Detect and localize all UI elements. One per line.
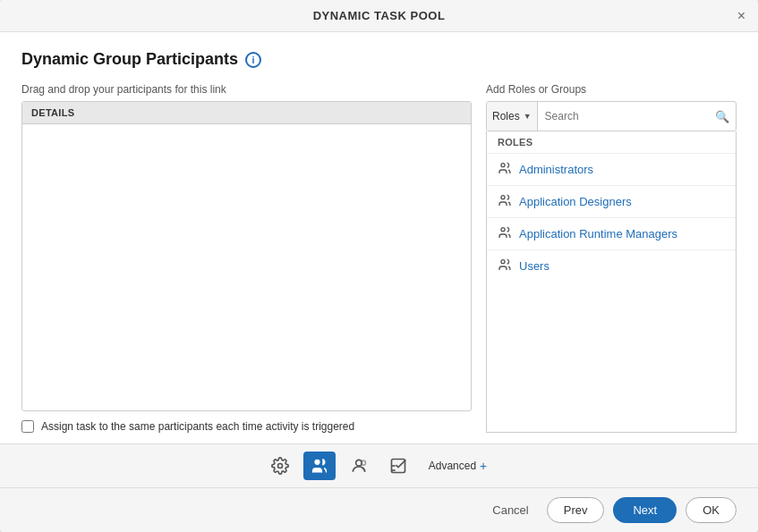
checkbox-row: Assign task to the same participants eac…	[21, 420, 472, 433]
role-icon	[498, 258, 512, 274]
list-item[interactable]: Application Designers	[487, 185, 736, 217]
role-name: Application Designers	[519, 195, 632, 208]
role-name: Users	[519, 259, 549, 273]
roles-list-box: ROLES Administrators Application Designe…	[486, 131, 737, 433]
advanced-label: Advanced	[429, 460, 476, 472]
content-columns: Drag and drop your participants for this…	[21, 83, 737, 433]
advanced-button[interactable]: Advanced +	[422, 455, 495, 477]
role-name: Application Runtime Managers	[519, 227, 677, 241]
cancel-button[interactable]: Cancel	[483, 498, 537, 522]
roles-label: Add Roles or Groups	[486, 83, 737, 96]
details-content	[22, 124, 471, 303]
ok-button[interactable]: OK	[686, 497, 737, 523]
svg-point-3	[501, 260, 505, 264]
svg-point-7	[361, 460, 365, 465]
search-row: Roles ▼ 🔍	[486, 101, 737, 131]
svg-point-2	[501, 228, 505, 232]
participants-icon	[311, 457, 328, 475]
role-icon	[498, 161, 512, 178]
list-item[interactable]: Users	[487, 249, 736, 282]
modal-body: Dynamic Group Participants i Drag and dr…	[0, 32, 758, 443]
settings-icon	[271, 457, 289, 475]
roles-section-header: ROLES	[487, 131, 736, 153]
page-heading-title: Dynamic Group Participants	[21, 50, 238, 69]
checklist-icon	[389, 457, 407, 475]
left-column: Drag and drop your participants for this…	[21, 83, 472, 433]
role-name: Administrators	[519, 163, 593, 176]
svg-point-0	[501, 164, 505, 167]
svg-point-1	[501, 196, 505, 199]
role-icon	[498, 193, 512, 210]
dropdown-text: Roles	[492, 110, 520, 122]
modal: DYNAMIC TASK POOL × Dynamic Group Partic…	[0, 0, 758, 532]
modal-footer: Cancel Prev Next OK	[0, 487, 758, 532]
details-box: DETAILS	[21, 101, 472, 411]
right-column: Add Roles or Groups Roles ▼ 🔍 ROLES	[486, 83, 737, 433]
drag-label: Drag and drop your participants for this…	[21, 83, 472, 96]
roles-list: Administrators Application Designers App…	[487, 153, 736, 282]
info-icon[interactable]: i	[245, 52, 261, 68]
checkbox-label: Assign task to the same participants eac…	[41, 420, 354, 433]
roles-dropdown[interactable]: Roles ▼	[487, 102, 538, 131]
page-heading: Dynamic Group Participants i	[21, 50, 737, 69]
search-input-wrap: 🔍	[538, 105, 736, 128]
dropdown-arrow-icon: ▼	[524, 112, 532, 121]
list-item[interactable]: Administrators	[487, 153, 736, 185]
checklist-icon-btn[interactable]	[382, 452, 414, 480]
svg-point-4	[277, 464, 282, 469]
advanced-plus-icon: +	[480, 459, 487, 473]
modal-toolbar: Advanced +	[0, 443, 758, 487]
modal-title: DYNAMIC TASK POOL	[313, 9, 446, 22]
search-input[interactable]	[538, 105, 736, 128]
group-icon-btn[interactable]	[343, 452, 375, 480]
settings-icon-btn[interactable]	[264, 452, 296, 480]
assign-task-checkbox[interactable]	[21, 420, 34, 433]
search-icon: 🔍	[715, 110, 729, 123]
list-item[interactable]: Application Runtime Managers	[487, 217, 736, 249]
group-icon	[350, 457, 368, 475]
details-header: DETAILS	[22, 102, 471, 124]
role-icon	[498, 225, 512, 242]
next-button[interactable]: Next	[613, 497, 677, 523]
titlebar: DYNAMIC TASK POOL ×	[0, 0, 758, 32]
participants-icon-btn[interactable]	[303, 452, 336, 480]
close-button[interactable]: ×	[737, 9, 745, 23]
svg-point-5	[315, 460, 319, 464]
prev-button[interactable]: Prev	[547, 497, 605, 523]
